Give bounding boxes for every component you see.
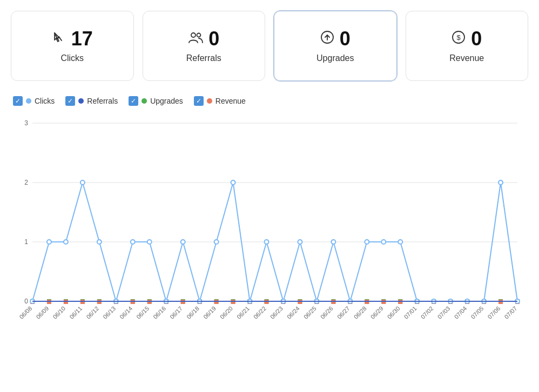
svg-text:06/30: 06/30 bbox=[386, 305, 401, 320]
revenue-legend-label: Revenue bbox=[215, 97, 246, 105]
svg-point-118 bbox=[231, 180, 235, 185]
svg-text:$: $ bbox=[457, 33, 461, 42]
legend-referrals[interactable]: ✓ Referrals bbox=[65, 96, 118, 106]
svg-text:07/07: 07/07 bbox=[503, 305, 518, 320]
dollar-circle-icon: $ bbox=[452, 30, 466, 48]
svg-point-3 bbox=[191, 33, 196, 37]
svg-point-122 bbox=[298, 240, 302, 244]
svg-point-107 bbox=[47, 240, 51, 244]
svg-point-108 bbox=[64, 240, 68, 244]
svg-text:06/18: 06/18 bbox=[185, 305, 200, 320]
svg-point-112 bbox=[131, 240, 135, 244]
clicks-value: 17 bbox=[71, 28, 93, 50]
svg-text:06/17: 06/17 bbox=[169, 305, 184, 320]
svg-text:06/14: 06/14 bbox=[118, 305, 133, 320]
svg-text:06/26: 06/26 bbox=[319, 305, 334, 320]
svg-point-124 bbox=[331, 240, 335, 244]
svg-point-120 bbox=[265, 240, 269, 244]
svg-text:06/11: 06/11 bbox=[68, 305, 83, 320]
upgrades-value: 0 bbox=[340, 28, 351, 50]
upgrades-legend-label: Upgrades bbox=[150, 97, 183, 105]
upgrades-label: Upgrades bbox=[316, 53, 354, 63]
svg-text:07/02: 07/02 bbox=[420, 305, 435, 320]
revenue-checkbox[interactable]: ✓ bbox=[194, 96, 204, 106]
revenue-label: Revenue bbox=[449, 53, 484, 63]
stat-cards: 17 Clicks 0 Referrals bbox=[11, 11, 528, 81]
svg-text:06/27: 06/27 bbox=[336, 305, 351, 320]
svg-text:06/20: 06/20 bbox=[219, 305, 234, 320]
svg-text:1: 1 bbox=[24, 238, 28, 246]
legend-upgrades[interactable]: ✓ Upgrades bbox=[129, 96, 183, 106]
line-chart: 012306/0806/0906/1006/1106/1206/1306/140… bbox=[11, 112, 528, 339]
legend-clicks[interactable]: ✓ Clicks bbox=[13, 96, 55, 106]
svg-text:06/22: 06/22 bbox=[252, 305, 267, 320]
svg-text:06/13: 06/13 bbox=[102, 305, 117, 320]
svg-text:07/05: 07/05 bbox=[470, 305, 485, 320]
referrals-label: Referrals bbox=[186, 53, 221, 63]
svg-point-134 bbox=[498, 180, 503, 185]
revenue-card[interactable]: $ 0 Revenue bbox=[406, 11, 529, 81]
upgrades-dot bbox=[142, 98, 147, 104]
arrow-up-circle-icon bbox=[320, 30, 334, 48]
clicks-dot bbox=[26, 98, 31, 104]
svg-text:06/29: 06/29 bbox=[369, 305, 385, 320]
referrals-card[interactable]: 0 Referrals bbox=[143, 11, 266, 81]
upgrades-card[interactable]: 0 Upgrades bbox=[274, 11, 397, 81]
svg-text:06/08: 06/08 bbox=[18, 305, 33, 320]
svg-text:06/21: 06/21 bbox=[235, 305, 251, 320]
clicks-label: Clicks bbox=[60, 53, 84, 63]
svg-point-126 bbox=[365, 240, 369, 244]
people-icon bbox=[188, 31, 203, 47]
svg-text:06/16: 06/16 bbox=[152, 305, 167, 320]
svg-point-117 bbox=[214, 240, 219, 244]
revenue-dot bbox=[207, 98, 212, 104]
svg-text:07/06: 07/06 bbox=[486, 305, 501, 320]
referrals-dot bbox=[78, 98, 84, 104]
clicks-checkbox[interactable]: ✓ bbox=[13, 96, 23, 106]
svg-text:06/10: 06/10 bbox=[51, 305, 66, 320]
svg-text:2: 2 bbox=[24, 179, 28, 186]
svg-text:06/15: 06/15 bbox=[135, 305, 150, 320]
svg-point-127 bbox=[381, 240, 386, 244]
svg-text:06/23: 06/23 bbox=[269, 305, 284, 320]
svg-text:06/28: 06/28 bbox=[353, 305, 368, 320]
svg-text:06/19: 06/19 bbox=[202, 305, 217, 320]
svg-text:06/09: 06/09 bbox=[35, 305, 50, 320]
clicks-legend-label: Clicks bbox=[35, 97, 55, 105]
upgrades-checkbox[interactable]: ✓ bbox=[129, 96, 138, 106]
revenue-value: 0 bbox=[471, 28, 482, 50]
svg-point-113 bbox=[147, 240, 152, 244]
svg-text:0: 0 bbox=[24, 298, 28, 305]
chart-legend: ✓ Clicks ✓ Referrals ✓ Upgrades ✓ Revenu… bbox=[11, 96, 528, 106]
svg-point-115 bbox=[181, 240, 185, 244]
svg-text:06/25: 06/25 bbox=[302, 305, 318, 320]
svg-point-128 bbox=[398, 240, 402, 244]
svg-point-4 bbox=[197, 33, 201, 37]
svg-text:06/24: 06/24 bbox=[286, 305, 301, 320]
cursor-icon bbox=[52, 30, 66, 48]
referrals-legend-label: Referrals bbox=[87, 97, 118, 105]
svg-point-110 bbox=[97, 240, 102, 244]
chart-svg: 012306/0806/0906/1006/1106/1206/1306/140… bbox=[11, 112, 528, 339]
svg-text:07/01: 07/01 bbox=[403, 305, 418, 320]
clicks-card[interactable]: 17 Clicks bbox=[11, 11, 134, 81]
svg-text:07/03: 07/03 bbox=[436, 305, 452, 320]
svg-point-109 bbox=[80, 180, 85, 185]
referrals-checkbox[interactable]: ✓ bbox=[65, 96, 75, 106]
legend-revenue[interactable]: ✓ Revenue bbox=[194, 96, 246, 106]
referrals-value: 0 bbox=[208, 28, 219, 50]
svg-text:3: 3 bbox=[24, 119, 28, 127]
svg-text:07/04: 07/04 bbox=[453, 305, 468, 320]
svg-text:06/12: 06/12 bbox=[85, 305, 100, 320]
